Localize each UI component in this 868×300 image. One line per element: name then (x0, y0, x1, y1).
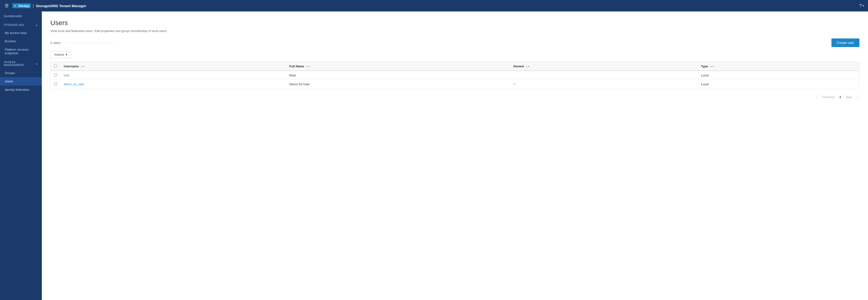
row-denied-0 (510, 71, 698, 80)
row-type-0: Local (698, 71, 859, 80)
sidebar-item-label: My access keys (5, 31, 27, 35)
row-username-1: demo_s3_user (60, 80, 286, 89)
users-count-row: 2 users (51, 41, 119, 45)
sidebar-item-label: Buckets (5, 39, 16, 43)
sidebar-item-groups[interactable]: Groups (0, 69, 42, 77)
sidebar-section-storage[interactable]: STORAGE (S3) ▲ (0, 20, 42, 29)
table-row: demo_s3_user Demo S3 User ✓ Local (51, 80, 859, 89)
sidebar-item-label: Groups (5, 71, 15, 75)
create-user-button[interactable]: Create user (832, 38, 859, 47)
actions-chevron-icon: ▾ (66, 53, 67, 56)
th-type: Type ▲▼ (698, 62, 859, 71)
th-username: Username ▲▼ (60, 62, 286, 71)
row-checkbox-0[interactable] (54, 73, 57, 77)
th-denied-label: Denied (513, 64, 524, 68)
top-nav: ☰ n NetApp | StorageGRID Tenant Manager … (0, 0, 868, 11)
layout: DASHBOARD STORAGE (S3) ▲ My access keys … (0, 11, 868, 300)
brand: n NetApp | StorageGRID Tenant Manager (12, 3, 87, 8)
th-select-all (51, 62, 61, 71)
storage-chevron-icon: ▲ (36, 24, 38, 26)
table-row: root Root Local (51, 71, 859, 80)
th-username-label: Username (64, 64, 79, 68)
sidebar-section-access-management[interactable]: ACCESS MANAGEMENT ▲ (0, 57, 42, 69)
th-type-label: Type (701, 64, 708, 68)
help-button[interactable]: ? ▾ (859, 3, 864, 8)
th-fullname-label: Full Name (289, 64, 304, 68)
previous-label: Previous (823, 95, 835, 99)
users-count-label: 2 users (51, 41, 61, 45)
help-chevron-icon: ▾ (863, 4, 864, 7)
username-link-0[interactable]: root (64, 73, 69, 77)
main-content: Users View local and federated users. Ed… (42, 11, 868, 300)
sidebar-item-label: Identity federation (5, 88, 29, 91)
users-count-divider (67, 43, 115, 43)
next-arrow-icon: → (856, 95, 859, 99)
username-sort-icon[interactable]: ▲▼ (81, 65, 85, 68)
next-button[interactable]: Next (844, 94, 854, 100)
denied-check-icon: ✓ (513, 82, 516, 86)
row-checkbox-cell (51, 80, 61, 89)
sidebar-item-label: Platform services endpoints (5, 48, 38, 55)
sidebar-item-platform-services-endpoints[interactable]: Platform services endpoints (0, 46, 42, 57)
row-checkbox-1[interactable] (54, 82, 57, 85)
storage-section-label: STORAGE (S3) (4, 23, 24, 26)
row-type-1: Local (698, 80, 859, 89)
brand-logo: n NetApp (12, 3, 31, 8)
type-sort-icon[interactable]: ▲▼ (710, 65, 714, 68)
row-fullname-1: Demo S3 User (286, 80, 510, 89)
svg-text:n: n (14, 4, 16, 7)
users-table: Username ▲▼ Full Name ▲▼ Denied ▲▼ Type … (51, 62, 859, 89)
actions-label: Actions (54, 53, 64, 56)
th-denied: Denied ▲▼ (510, 62, 698, 71)
brand-divider: | (33, 3, 34, 8)
row-username-0: root (60, 71, 286, 80)
access-section-label: ACCESS MANAGEMENT (4, 61, 36, 66)
denied-sort-icon[interactable]: ▲▼ (525, 65, 530, 68)
sidebar: DASHBOARD STORAGE (S3) ▲ My access keys … (0, 11, 42, 300)
sidebar-item-users[interactable]: Users (0, 77, 42, 86)
table-header-row: Username ▲▼ Full Name ▲▼ Denied ▲▼ Type … (51, 62, 859, 71)
next-label: Next (846, 95, 852, 99)
username-link-1[interactable]: demo_s3_user (64, 82, 84, 86)
sidebar-item-my-access-keys[interactable]: My access keys (0, 29, 42, 37)
netapp-logo-icon: n (14, 4, 18, 8)
row-denied-1: ✓ (510, 80, 698, 89)
fullname-sort-icon[interactable]: ▲▼ (306, 65, 310, 68)
brand-title: StorageGRID Tenant Manager (36, 4, 86, 8)
row-checkbox-cell (51, 71, 61, 80)
prev-arrow-icon: ← (815, 95, 818, 99)
page-description: View local and federated users. Edit pro… (51, 29, 859, 33)
sidebar-item-buckets[interactable]: Buckets (0, 37, 42, 46)
toolbar-row: 2 users Create user (51, 38, 859, 47)
row-fullname-0: Root (286, 71, 510, 80)
sidebar-item-dashboard[interactable]: DASHBOARD (0, 11, 42, 20)
previous-button[interactable]: Previous (820, 94, 836, 100)
topnav-right: ? ▾ (859, 3, 864, 8)
select-all-checkbox[interactable] (54, 64, 57, 67)
th-full-name: Full Name ▲▼ (286, 62, 510, 71)
pagination: ← Previous 1 Next → (51, 94, 859, 100)
sidebar-item-label: Users (5, 80, 13, 83)
actions-button[interactable]: Actions ▾ (51, 51, 71, 58)
brand-name: NetApp (19, 4, 29, 8)
topnav-left: ☰ n NetApp | StorageGRID Tenant Manager (4, 2, 87, 9)
help-icon: ? (859, 3, 862, 8)
hamburger-icon[interactable]: ☰ (4, 2, 9, 9)
current-page: 1 (838, 95, 842, 99)
sidebar-item-identity-federation[interactable]: Identity federation (0, 86, 42, 94)
page-title: Users (51, 19, 859, 27)
access-chevron-icon: ▲ (36, 62, 38, 65)
